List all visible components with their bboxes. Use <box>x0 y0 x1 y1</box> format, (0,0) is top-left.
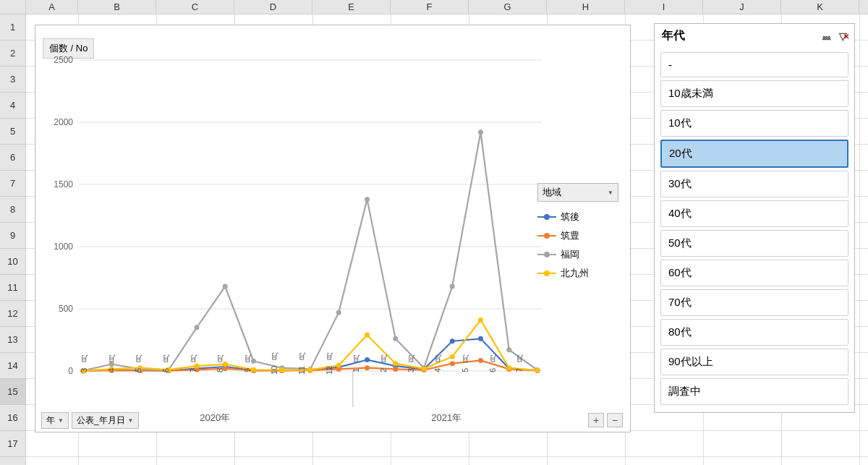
expand-button[interactable]: + <box>588 413 604 427</box>
legend-item-fukuoka[interactable]: 福岡 <box>537 245 618 264</box>
row-header-4[interactable]: 4 <box>0 93 25 119</box>
legend-filter-button[interactable]: 地域 ▼ <box>537 183 618 202</box>
chevron-down-icon: ▼ <box>608 189 613 196</box>
legend-label: 北九州 <box>561 267 589 280</box>
legend-item-kitakyushu[interactable]: 北九州 <box>537 264 618 283</box>
x-tick: 2月 <box>378 358 406 383</box>
plot-area: 05001000150020002500 <box>79 60 542 371</box>
x-tick: 6月 <box>488 358 515 383</box>
row-header-14[interactable]: 14 <box>0 353 25 379</box>
svg-point-77 <box>478 317 483 323</box>
row-header-7[interactable]: 7 <box>0 171 25 197</box>
svg-point-57 <box>393 336 398 341</box>
slicer-item[interactable]: 10歳未満 <box>660 80 848 107</box>
svg-point-51 <box>223 284 228 289</box>
slicer-item[interactable]: 60代 <box>660 260 848 286</box>
svg-point-73 <box>365 333 370 338</box>
legend-item-chikugo[interactable]: 筑後 <box>537 208 618 226</box>
row-header-3[interactable]: 3 <box>0 67 25 93</box>
col-header-K[interactable]: K <box>781 0 859 14</box>
slicer-item[interactable]: 70代 <box>660 289 848 316</box>
row-header-1[interactable]: 1 <box>0 14 25 40</box>
x-axis-ticks: 3月4月5月6月7月8月9月10月11月12月1月2月3月4月5月6月7月 <box>79 358 542 394</box>
svg-text:2500: 2500 <box>54 55 73 65</box>
col-header-F[interactable]: F <box>391 0 469 14</box>
slicer-item[interactable]: 90代以上 <box>660 349 848 375</box>
row-header-11[interactable]: 11 <box>0 275 25 301</box>
year-group-label: 2021年 <box>351 411 542 425</box>
x-tick: 12月 <box>324 358 352 383</box>
field-button-year[interactable]: 年▼ <box>41 412 69 429</box>
x-tick: 1月 <box>351 358 378 383</box>
svg-point-26 <box>478 336 483 341</box>
x-tick: 7月 <box>514 358 542 383</box>
col-header-H[interactable]: H <box>547 0 625 14</box>
row-header-17[interactable]: 17 <box>0 431 25 457</box>
slicer-item[interactable]: 30代 <box>660 171 848 197</box>
x-tick: 5月 <box>460 358 488 383</box>
row-header-5[interactable]: 5 <box>0 119 25 145</box>
chevron-down-icon: ▼ <box>58 417 64 424</box>
slicer-item[interactable]: 20代 <box>660 140 848 168</box>
clear-filter-icon[interactable]: ▽✕ <box>839 30 847 42</box>
column-headers: A B C D E F G H I J K <box>0 0 868 14</box>
x-tick: 9月 <box>242 358 270 383</box>
legend-item-chikuho[interactable]: 筑豊 <box>537 226 618 245</box>
row-header-12[interactable]: 12 <box>0 301 25 327</box>
slicer-item[interactable]: 80代 <box>660 319 848 346</box>
svg-text:1000: 1000 <box>54 242 73 252</box>
svg-text:1500: 1500 <box>54 179 73 189</box>
x-tick: 8月 <box>215 358 242 383</box>
col-header-I[interactable]: I <box>625 0 703 14</box>
slicer-item[interactable]: - <box>660 52 848 77</box>
axis-field-buttons: 年▼ 公表_年月日▼ <box>41 412 139 429</box>
svg-text:500: 500 <box>59 304 73 314</box>
svg-point-50 <box>195 325 200 330</box>
chart-svg: 05001000150020002500 <box>79 60 542 371</box>
svg-point-61 <box>506 347 511 352</box>
slicer-item[interactable]: 調査中 <box>660 378 848 405</box>
slicer-header: 年代 ⅏ ▽✕ <box>655 24 854 49</box>
field-button-date[interactable]: 公表_年月日▼ <box>72 412 139 429</box>
select-all-corner[interactable] <box>0 0 26 14</box>
svg-text:0: 0 <box>68 366 73 376</box>
svg-text:2000: 2000 <box>54 117 73 127</box>
col-header-B[interactable]: B <box>78 0 156 14</box>
row-header-8[interactable]: 8 <box>0 197 25 223</box>
x-axis-year-groups: 2020年2021年 <box>79 411 542 425</box>
slicer-title: 年代 <box>662 28 685 43</box>
legend-swatch-orange <box>537 235 556 236</box>
x-tick: 3月 <box>79 358 106 383</box>
col-header-D[interactable]: D <box>234 0 312 14</box>
slicer-age[interactable]: 年代 ⅏ ▽✕ -10歳未満10代20代30代40代50代60代70代80代90… <box>654 23 855 413</box>
col-header-G[interactable]: G <box>469 0 547 14</box>
row-header-10[interactable]: 10 <box>0 249 25 275</box>
legend-label: 筑後 <box>561 210 579 223</box>
pivot-chart[interactable]: 個数 / No 05001000150020002500 地域 ▼ 筑後 筑豊 … <box>35 25 631 432</box>
col-header-C[interactable]: C <box>156 0 234 14</box>
collapse-button[interactable]: − <box>607 413 623 427</box>
slicer-item[interactable]: 40代 <box>660 200 848 227</box>
row-header-15[interactable]: 15 <box>0 379 25 405</box>
row-header-2[interactable]: 2 <box>0 40 25 67</box>
svg-point-60 <box>478 129 483 135</box>
col-header-J[interactable]: J <box>703 0 781 14</box>
legend: 筑後 筑豊 福岡 北九州 <box>537 208 618 283</box>
x-tick: 10月 <box>269 358 297 383</box>
svg-point-56 <box>365 197 370 202</box>
col-header-E[interactable]: E <box>312 0 391 14</box>
slicer-item[interactable]: 10代 <box>660 110 848 137</box>
row-header-6[interactable]: 6 <box>0 145 25 171</box>
slicer-item[interactable]: 50代 <box>660 230 848 257</box>
x-tick: 6月 <box>161 358 188 383</box>
expand-collapse-buttons: + − <box>588 413 623 427</box>
svg-point-59 <box>450 284 455 289</box>
multi-select-icon[interactable]: ⅏ <box>822 30 832 42</box>
x-tick: 3月 <box>406 358 433 383</box>
legend-swatch-blue <box>537 216 556 218</box>
col-header-A[interactable]: A <box>26 0 78 14</box>
x-tick: 11月 <box>297 358 324 383</box>
row-header-13[interactable]: 13 <box>0 327 25 353</box>
row-header-9[interactable]: 9 <box>0 223 25 249</box>
row-header-16[interactable]: 16 <box>0 405 25 431</box>
